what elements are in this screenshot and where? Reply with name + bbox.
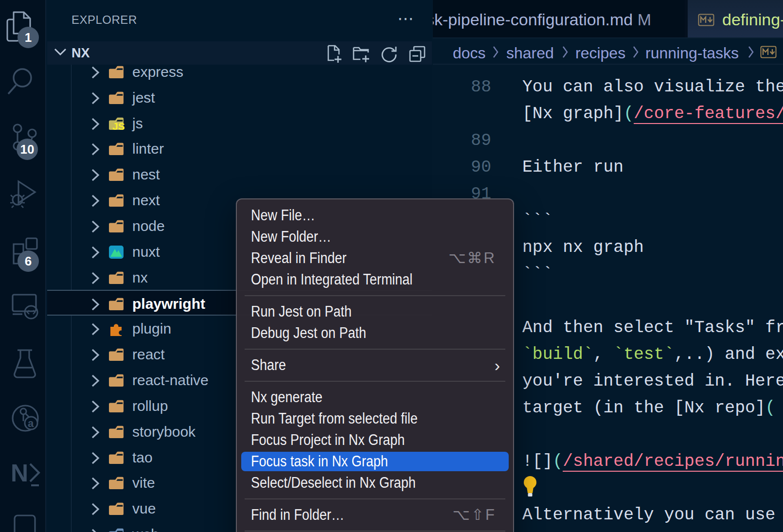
svg-text:N: N [11, 460, 28, 487]
svg-text:a: a [28, 417, 34, 429]
svg-text:JS: JS [112, 121, 125, 131]
